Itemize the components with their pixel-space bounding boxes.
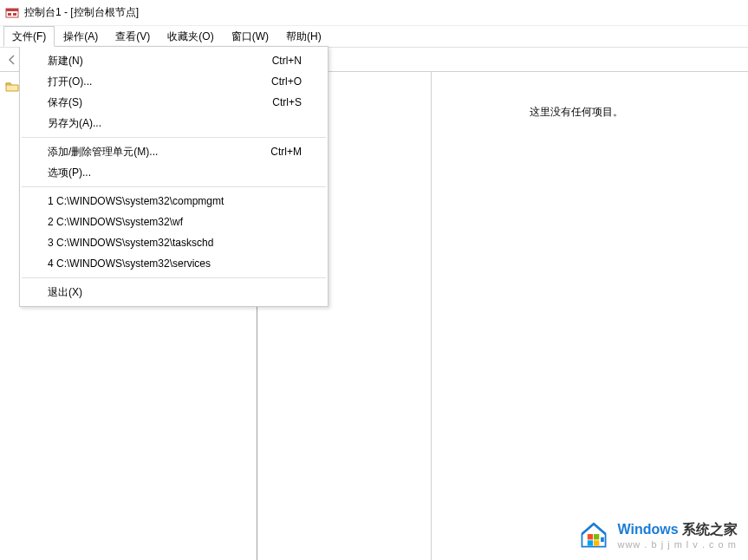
menu-open-shortcut: Ctrl+O [271, 74, 302, 89]
menu-window[interactable]: 窗口(W) [223, 26, 277, 47]
menu-open[interactable]: 打开(O)... Ctrl+O [20, 71, 328, 92]
menu-new[interactable]: 新建(N) Ctrl+N [20, 50, 328, 71]
menu-view[interactable]: 查看(V) [107, 26, 159, 47]
menu-new-label: 新建(N) [48, 53, 83, 68]
titlebar: 控制台1 - [控制台根节点] [0, 0, 748, 26]
watermark-title: Windows 系统之家 [617, 521, 738, 539]
menu-open-label: 打开(O)... [48, 74, 92, 89]
menu-separator [22, 186, 326, 187]
menu-saveas-label: 另存为(A)... [48, 115, 101, 131]
menu-recent-1-label: 1 C:\WINDOWS\system32\compmgmt [48, 193, 224, 209]
menu-options-label: 选项(P)... [48, 165, 91, 180]
menu-separator [22, 277, 326, 278]
menu-recent-4[interactable]: 4 C:\WINDOWS\system32\services [20, 253, 328, 274]
menu-options[interactable]: 选项(P)... [20, 162, 328, 183]
svg-rect-6 [588, 534, 593, 539]
svg-rect-10 [602, 537, 605, 542]
watermark-brand-en: Windows [617, 522, 678, 537]
menu-recent-4-label: 4 C:\WINDOWS\system32\services [48, 256, 211, 271]
app-icon [5, 6, 19, 20]
detail-pane: 这里没有任何项目。 [257, 72, 748, 560]
file-menu-dropdown: 新建(N) Ctrl+N 打开(O)... Ctrl+O 保存(S) Ctrl+… [19, 46, 328, 307]
svg-rect-9 [594, 540, 599, 545]
watermark-text: Windows 系统之家 www . b j j m l v . c o m [617, 521, 738, 550]
svg-rect-3 [13, 13, 16, 16]
menu-new-shortcut: Ctrl+N [272, 53, 302, 68]
watermark-brand-zh: 系统之家 [679, 522, 738, 537]
column-divider [431, 72, 432, 560]
menu-exit-label: 退出(X) [48, 284, 82, 300]
menu-save[interactable]: 保存(S) Ctrl+S [20, 92, 328, 113]
menu-snapin-label: 添加/删除管理单元(M)... [48, 144, 158, 160]
menu-recent-2[interactable]: 2 C:\WINDOWS\system32\wf [20, 212, 328, 232]
folder-icon [5, 81, 19, 95]
menu-file[interactable]: 文件(F) [3, 26, 55, 47]
svg-rect-7 [594, 534, 599, 539]
menu-favorites[interactable]: 收藏夹(O) [159, 26, 222, 47]
house-logo-icon [577, 518, 610, 551]
menu-snapin[interactable]: 添加/删除管理单元(M)... Ctrl+M [20, 141, 328, 162]
svg-rect-2 [8, 13, 11, 16]
menu-recent-3[interactable]: 3 C:\WINDOWS\system32\taskschd [20, 232, 328, 253]
menubar: 文件(F) 操作(A) 查看(V) 收藏夹(O) 窗口(W) 帮助(H) [0, 26, 748, 47]
watermark: Windows 系统之家 www . b j j m l v . c o m [577, 518, 738, 551]
window-title: 控制台1 - [控制台根节点] [24, 5, 139, 20]
menu-snapin-shortcut: Ctrl+M [270, 144, 302, 160]
menu-save-shortcut: Ctrl+S [272, 94, 302, 110]
menu-separator [22, 137, 326, 138]
menu-exit[interactable]: 退出(X) [20, 282, 328, 303]
menu-help[interactable]: 帮助(H) [277, 26, 330, 47]
empty-message: 这里没有任何项目。 [439, 105, 713, 120]
menu-recent-3-label: 3 C:\WINDOWS\system32\taskschd [48, 235, 213, 251]
menu-recent-2-label: 2 C:\WINDOWS\system32\wf [48, 214, 183, 230]
menu-action[interactable]: 操作(A) [55, 26, 107, 47]
svg-rect-8 [588, 540, 593, 545]
menu-recent-1[interactable]: 1 C:\WINDOWS\system32\compmgmt [20, 191, 328, 212]
svg-rect-1 [6, 9, 18, 11]
menu-save-label: 保存(S) [48, 94, 82, 110]
menu-saveas[interactable]: 另存为(A)... [20, 113, 328, 133]
watermark-url: www . b j j m l v . c o m [617, 539, 738, 550]
